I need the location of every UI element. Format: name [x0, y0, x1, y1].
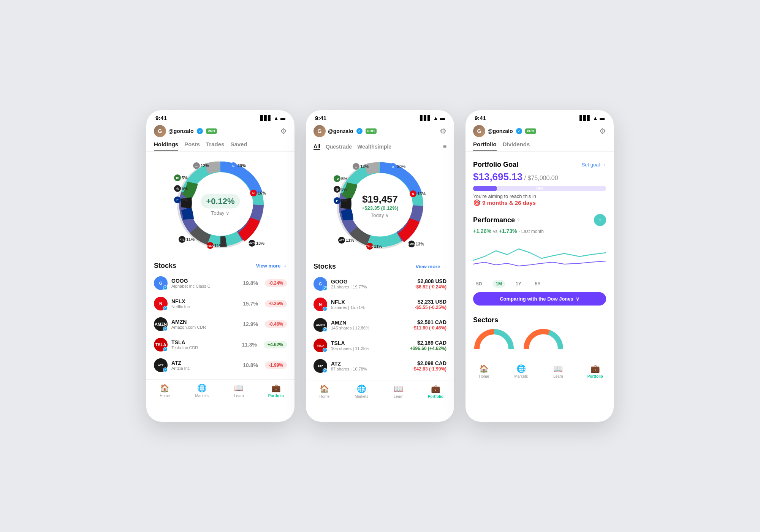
time-tab-1y[interactable]: 1Y	[513, 280, 524, 288]
right-goog-2: $2,808 USD -$6.82 (-0.24%)	[415, 278, 446, 290]
change-tsla-2: +$96.60 (+4.62%)	[410, 346, 446, 351]
stocks-title-1: Stocks	[154, 262, 176, 270]
nav-learn-1[interactable]: 📖 Learn	[220, 383, 258, 398]
pct-tsla-1: 11.3%	[242, 342, 257, 348]
settings-icon-2[interactable]: ⚙	[440, 127, 446, 136]
battery-icon-2: ▬	[440, 115, 445, 121]
stock-item-tsla-1[interactable]: TSLA✓ TSLA Tesla Inc CDR 11.3% +4.62%	[146, 334, 294, 355]
signal-icon-3: ▋▋▋	[580, 115, 591, 121]
nav-markets-3[interactable]: 🌐 Markets	[503, 364, 540, 378]
time-tab-5y[interactable]: 5Y	[532, 280, 544, 288]
nav-learn-2[interactable]: 📖 Learn	[380, 384, 417, 399]
value-goog-2: $2,808 USD	[415, 278, 446, 284]
change-nflx-2: -$5.55 (-0.25%)	[415, 305, 446, 310]
wifi-icon: ▲	[274, 115, 279, 121]
stock-info-nflx-1: NFLX Netflix Inc	[171, 298, 239, 309]
change-atz-1: -1.99%	[265, 361, 287, 369]
nav-portfolio-1[interactable]: 💼 Portfolio	[258, 383, 295, 398]
label-td-1: TD5%	[174, 174, 188, 181]
verified-badge-3: ✓	[516, 128, 522, 134]
stock-item-nflx-2[interactable]: N✓ NFLX 5 shares | 15.71% $2,231 USD -$5…	[306, 294, 454, 315]
home-icon-1: 🏠	[160, 383, 169, 393]
time-tab-5d[interactable]: 5D	[473, 280, 485, 288]
nav-home-3[interactable]: 🏠 Home	[466, 364, 503, 378]
tab-posts[interactable]: Posts	[184, 141, 200, 151]
stock-item-amzn-2[interactable]: AMZN✓ AMZN 145 shares | 12.86% $2,501 CA…	[306, 315, 454, 335]
goal-subtitle: You're aiming to reach this in	[473, 193, 606, 199]
nav-markets-1[interactable]: 🌐 Markets	[184, 383, 221, 398]
stock-item-goog-1[interactable]: G✓ GOOG Alphabet Inc Class C 19.8% -0.24…	[146, 273, 294, 293]
status-bar-2: 9:41 ▋▋▋ ▲ ▬	[306, 110, 454, 124]
sector-svg-2	[522, 328, 564, 351]
set-goal-link[interactable]: Set goal →	[582, 162, 606, 168]
shares-tsla-2: 105 shares | 11.25%	[331, 346, 406, 351]
help-icon[interactable]: ?	[517, 217, 520, 223]
tab-holdings[interactable]: Holdings	[154, 141, 178, 151]
time-2: 9:41	[315, 115, 326, 121]
ticker-nflx-1: NFLX	[171, 298, 239, 304]
stock-logo-goog-2: G✓	[314, 277, 327, 291]
home-label-3: Home	[479, 374, 489, 378]
stock-item-atz-1[interactable]: ATZ✓ ATZ Aritzia Inc 10.8% -1.99%	[146, 355, 294, 375]
name-nflx-1: Netflix Inc	[171, 304, 239, 309]
user-info-2: G @gonzalo ✓ PRO	[314, 125, 377, 137]
stock-item-atz-2[interactable]: ATZ✓ ATZ 87 shares | 10.78% $2,098 CAD -…	[306, 356, 454, 376]
filter-wealthsimple[interactable]: Wealthsimple	[357, 144, 391, 150]
user-info-3: G @gonzalo ✓ PRO	[473, 125, 536, 137]
donut-today-2[interactable]: Today ∨	[362, 212, 398, 218]
settings-icon-3[interactable]: ⚙	[599, 127, 606, 136]
compare-button[interactable]: Comparing with the Dow Jones ∨	[473, 292, 606, 306]
filter-icon[interactable]: ≡	[443, 143, 446, 150]
header-3: G @gonzalo ✓ PRO ⚙	[466, 124, 614, 141]
tab-dividends[interactable]: Dividends	[503, 141, 530, 151]
portfolio-icon-2: 💼	[431, 384, 440, 393]
change-goog-2: -$6.82 (-0.24%)	[415, 284, 446, 290]
stock-item-goog-2[interactable]: G✓ GOOG 21 shares | 19.77% $2,808 USD -$…	[306, 274, 454, 294]
share-icon[interactable]: ↑	[594, 214, 606, 226]
nav-portfolio-2[interactable]: 💼 Portfolio	[417, 384, 454, 399]
label-goog-2: G20%	[390, 163, 405, 170]
battery-icon-3: ▬	[600, 115, 605, 121]
pro-badge-1: PRO	[206, 128, 217, 134]
tab-trades[interactable]: Trades	[206, 141, 224, 151]
view-more-2[interactable]: View more →	[416, 264, 446, 269]
stock-logo-amzn-2: AMZN✓	[314, 318, 327, 332]
settings-icon-1[interactable]: ⚙	[280, 127, 287, 136]
user-info-1: G @gonzalo ✓ PRO	[154, 125, 217, 137]
nav-markets-2[interactable]: 🌐 Markets	[343, 384, 380, 399]
time-tab-1m[interactable]: 1M	[492, 280, 505, 288]
donut-container-2: $19,457 +$23.35 (0.12%) Today ∨ G20% TD5…	[331, 156, 429, 255]
change-badge-atz-1: -1.99%	[265, 361, 287, 369]
username-3: @gonzalo	[488, 128, 513, 134]
stock-item-amzn-1[interactable]: AMZN✓ AMZN Amazon.com CDR 12.9% -0.46%	[146, 314, 294, 334]
stock-item-nflx-1[interactable]: N✓ NFLX Netflix Inc 15.7% -0.25%	[146, 293, 294, 314]
goal-amounts: $13,695.13 / $75,000.00	[473, 171, 606, 183]
stock-info-tsla-2: TSLA 105 shares | 11.25%	[331, 340, 406, 351]
tab-portfolio[interactable]: Portfolio	[473, 141, 497, 151]
nav-learn-3[interactable]: 📖 Learn	[540, 364, 577, 378]
nav-home-1[interactable]: 🏠 Home	[146, 383, 184, 398]
stock-info-atz-1: ATZ Aritzia Inc	[171, 360, 239, 370]
status-bar-3: 9:41 ▋▋▋ ▲ ▬	[466, 110, 614, 124]
ticker-goog-2: GOOG	[331, 279, 411, 285]
value-atz-2: $2,098 CAD	[412, 360, 446, 366]
home-icon-2: 🏠	[320, 384, 329, 393]
nav-home-2[interactable]: 🏠 Home	[306, 384, 343, 399]
stock-logo-atz-1: ATZ✓	[154, 358, 168, 372]
label-other-2: ...12%	[353, 163, 369, 170]
learn-icon-2: 📖	[394, 384, 403, 393]
nav-portfolio-3[interactable]: 💼 Portfolio	[577, 364, 614, 378]
view-more-1[interactable]: View more →	[256, 263, 287, 269]
label-tsla-2: TSLA11%	[366, 243, 382, 250]
label-tsla-1: TSLA11%	[207, 242, 223, 249]
stock-item-tsla-2[interactable]: TSLA✓ TSLA 105 shares | 11.25% $2,189 CA…	[306, 335, 454, 356]
filter-questrade[interactable]: Questrade	[326, 144, 352, 150]
tab-saved[interactable]: Saved	[230, 141, 247, 151]
donut-today-1[interactable]: Today ∨	[201, 210, 240, 216]
avatar-3: G	[473, 125, 485, 137]
compare-label: Comparing with the Dow Jones	[500, 296, 573, 302]
filter-all[interactable]: All	[314, 143, 320, 150]
wifi-icon-2: ▲	[433, 115, 438, 121]
period-label: · Last month	[519, 229, 544, 234]
phones-container: 9:41 ▋▋▋ ▲ ▬ G @gonzalo ✓ PRO ⚙ Holdings…	[146, 110, 614, 422]
